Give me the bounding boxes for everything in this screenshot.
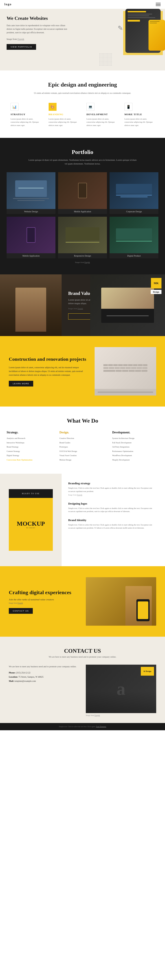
portfolio-label-2: Mobile Application [58,209,107,214]
wwd-dev3: 3rd Party Integrations [112,445,159,449]
contact-mail-value[interactable]: template@example.com [14,680,36,682]
contact-phone-value: (315) 254-12-22 [16,671,30,674]
wwd-s2: Interactive Workshops [6,441,53,444]
bv-left-image [0,274,62,336]
contact-credit: Image from Freepik [86,714,156,716]
wwd-d5: Visual Asset Creation [59,454,106,457]
wwd-s1: Analytics and Research [6,437,53,440]
portfolio-label-1: Website Design [6,209,56,214]
portfolio-img-4 [6,217,56,253]
branding-item-2: Designing logos Simple text. Click to se… [68,502,159,513]
wwd-dev1: System Architecture Design [112,437,159,440]
crafting-content: Crafting digital experiences Join the el… [9,589,79,614]
branding-text-1: Simple text. Click to select the text bo… [68,487,159,493]
bv-credit-link[interactable]: Freepik [78,308,83,310]
more-icon: 📱 [125,103,132,111]
mockup-display: READY TO USE MOCKUP TO PRINT [9,489,53,551]
portfolio-item-5[interactable]: Responsive Design [58,217,107,259]
contact-img-overlay [86,691,156,713]
branding-title-3: Brand Identity [68,519,159,522]
header: logo [0,0,165,9]
feature-development: 💻 DEVELOPMENT Lorem ipsum dolor sit amet… [85,103,118,127]
portfolio-title: Portfolio [6,149,159,156]
branding-title: BRANDING [49,113,79,116]
hero-devices: ✏ [92,9,165,68]
contact-badge-yellow: & Design [141,667,154,676]
portfolio-grid: Website Design Mobile Application Corpor… [6,172,159,258]
mockup-to-print: TO PRINT [26,527,36,528]
crafting-title: Crafting digital experiences [9,589,79,596]
wwd-d3: Prototypes [59,445,106,449]
crafting-subtitle: Join the elite ranks of sustained value … [9,598,79,601]
wwd-title: What We Do [6,418,159,424]
construction-image: // Generate keyboard keys inline [95,347,156,396]
mk-badge: MK [151,278,162,288]
footer-link[interactable]: Font Elements [96,725,106,728]
more-text: Lorem ipsum dolor sit amet, consectetur … [125,118,155,127]
wwd-design-heading: Design. [59,431,106,434]
development-title: DEVELOPMENT [86,113,117,116]
construction-content: Construction and renovation projects Lor… [9,356,88,387]
construction-cta-button[interactable]: LEARN MORE [9,381,33,387]
branding-title-2: Designing logos [68,502,159,506]
crafting-cta-button[interactable]: CONTACT US [9,608,33,614]
footer-text: Simple text. Click to select the text bo… [6,725,159,728]
construction-section: Construction and renovation projects Lor… [0,336,165,407]
footer: Simple text. Click to select the text bo… [0,723,165,730]
mockup-left: READY TO USE MOCKUP TO PRINT [0,474,62,566]
portfolio-label-4: Mobile Application [6,253,56,258]
hero-credit-link[interactable]: Freepik [17,38,24,40]
wwd-dev4: Performance Optimization [112,450,159,453]
development-icon: 💻 [86,103,94,111]
contact-phone: Phone: (315) 254-12-22 [9,671,79,674]
wwd-development: Development. System Architecture Design … [112,431,159,463]
wwd-strategy-heading: Strategy. [6,431,53,434]
portfolio-section: Portfolio Lorem quisque id diam vel quam… [0,138,165,274]
brand-values-section: Brand Values Lorem ipsum dolor sit amet,… [0,274,165,336]
wwd-dev-heading: Development. [112,431,159,434]
bv-overlay: MK Design [90,274,165,336]
contact-credit-link[interactable]: Freepik [95,714,100,716]
hero-title: We Create Websites [6,16,68,21]
contact-info: We are here to meet any business need an… [9,665,79,684]
wwd-d4: UI/UX & Web Design [59,450,106,453]
portfolio-label-5: Responsive Design [58,253,107,258]
portfolio-item-2[interactable]: Mobile Application [58,172,107,214]
epic-design-section: Epic design and engineering Ut enim ad m… [0,70,165,138]
wwd-s4: Content Strategy [6,450,53,453]
portfolio-subtitle: Lorem quisque id diam vel quam elementum… [27,158,138,165]
branding-text-2: Simple text. Click to select the text bo… [68,507,159,513]
contact-subtitle: We are here to meet any business need an… [9,655,156,658]
hamburger-menu[interactable] [156,3,160,6]
portfolio-credit-link[interactable]: Freepik [84,261,90,263]
wwd-design: Design. Creative Direction Brand Guides … [59,431,106,463]
what-we-do-section: What We Do Strategy. Analytics and Resea… [0,407,165,474]
hero-section: We Create Websites Duis aute irure dolor… [0,9,165,70]
contact-img: a & Design [86,665,156,713]
hero-description: Duis aute irure dolor in reprehenderit i… [6,24,68,34]
decorative-dots [99,53,112,66]
wwd-d1: Creative Direction [59,437,106,440]
portfolio-item-6[interactable]: Digital Product [109,217,159,259]
branding-item-1: Branding strategy Simple text. Click to … [68,482,159,496]
wwd-dev2: Full Stack Development [112,441,159,444]
epic-design-title: Epic design and engineering [9,81,156,88]
branding-credit-1: Image from Freepik [68,494,159,496]
portfolio-credit: Images from Freepik [6,261,159,263]
portfolio-item-3[interactable]: Corporate Design [109,172,159,214]
hero-cta-button[interactable]: VIEW PORTFOLIO [6,44,36,50]
logo: logo [5,3,12,6]
development-text: Lorem ipsum dolor sit amet, consectetur … [86,118,117,127]
branding-credit-link-1[interactable]: Freepik [77,494,82,496]
contact-location-value: 75 Street, Sampos, W 40025 [19,676,44,678]
contact-mail: Mail: template@example.com [9,680,79,682]
portfolio-item-4[interactable]: Mobile Application [6,217,56,259]
design-badge: Design [151,290,162,294]
portfolio-img-2 [58,172,107,209]
portfolio-item-1[interactable]: Website Design [6,172,56,214]
mockup-right: Branding strategy Simple text. Click to … [62,474,165,566]
contact-badge-text: & Design [143,670,151,672]
mockup-label: READY TO USE [22,493,40,495]
contact-section: CONTACT US We are here to meet any busin… [0,637,165,723]
crafting-credit-link[interactable]: Freepik [17,602,23,604]
